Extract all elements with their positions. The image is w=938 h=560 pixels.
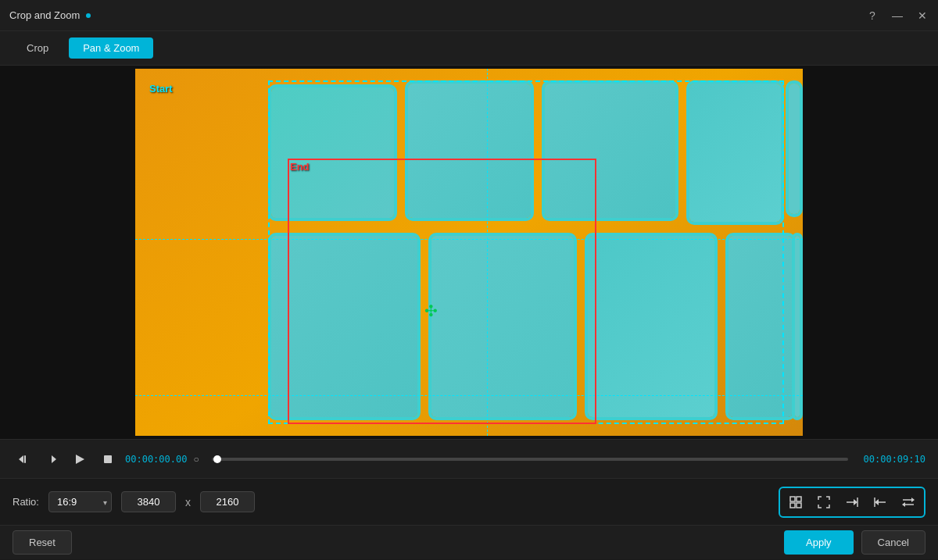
width-input[interactable]: 3840: [121, 491, 176, 512]
help-button[interactable]: ?: [866, 9, 879, 22]
settings-bar: Ratio: 16:9 4:3 1:1 9:16 Custom 3840 x 2…: [0, 478, 938, 525]
svg-marker-0: [19, 455, 23, 463]
food-box-8b: [792, 233, 803, 420]
food-box-2: [405, 80, 534, 221]
food-box-1: [268, 84, 397, 221]
close-button[interactable]: ✕: [916, 9, 929, 22]
align-left-button[interactable]: [869, 491, 891, 513]
swap-button[interactable]: [897, 491, 919, 513]
ratio-label: Ratio:: [13, 496, 39, 508]
tab-crop[interactable]: Crop: [13, 37, 63, 59]
footer-bar: Reset Apply Cancel: [0, 525, 938, 559]
timeline-track[interactable]: [212, 458, 848, 461]
ratio-select-wrapper: 16:9 4:3 1:1 9:16 Custom: [48, 491, 112, 512]
step-forward-button[interactable]: [41, 448, 63, 470]
svg-rect-6: [797, 497, 801, 501]
svg-rect-4: [104, 455, 112, 463]
food-box-5: [268, 233, 421, 420]
apply-button[interactable]: Apply: [784, 530, 854, 555]
food-box-6: [428, 233, 577, 420]
reset-button[interactable]: Reset: [13, 530, 72, 555]
time-separator: ○: [193, 454, 199, 465]
swap-icon: [901, 495, 915, 509]
svg-rect-7: [790, 503, 795, 508]
window-controls: ? — ✕: [866, 9, 929, 22]
food-box-4b: [786, 80, 803, 217]
svg-marker-2: [52, 455, 56, 463]
end-label: End: [290, 161, 310, 173]
start-label: Start: [149, 83, 173, 95]
align-right-icon: [845, 495, 859, 509]
food-box-3: [542, 80, 678, 221]
stop-button[interactable]: [97, 448, 119, 470]
dimension-separator: x: [185, 496, 191, 508]
align-left-icon: [873, 495, 887, 509]
title-accent-dot: [86, 13, 91, 18]
rewind-button[interactable]: [13, 448, 34, 470]
expand-icon: [817, 495, 831, 509]
cancel-button[interactable]: Cancel: [861, 530, 925, 555]
play-icon: [74, 454, 85, 465]
controls-bar: 00:00:00.00 ○ 00:00:09:10: [0, 439, 938, 478]
time-total: 00:00:09:10: [864, 454, 925, 465]
rewind-icon: [18, 454, 29, 465]
food-box-8: [725, 233, 796, 420]
food-box-7: [585, 233, 718, 420]
time-current: 00:00:00.00: [125, 454, 187, 465]
window-title: Crop and Zoom: [9, 9, 80, 21]
fit-icon: [789, 495, 803, 509]
ratio-select[interactable]: 16:9 4:3 1:1 9:16 Custom: [48, 491, 112, 512]
svg-rect-1: [24, 455, 26, 463]
food-box-4: [686, 80, 784, 225]
expand-button[interactable]: [813, 491, 835, 513]
title-bar: Crop and Zoom ? — ✕: [0, 0, 938, 31]
move-cursor-icon: ✣: [424, 301, 438, 320]
fit-button[interactable]: [785, 491, 807, 513]
svg-rect-5: [790, 497, 795, 501]
tab-pan-zoom[interactable]: Pan & Zoom: [69, 37, 153, 59]
stop-icon: [102, 454, 113, 465]
height-input[interactable]: 2160: [200, 491, 255, 512]
minimize-button[interactable]: —: [891, 9, 904, 22]
align-right-button[interactable]: [841, 491, 863, 513]
canvas-area: Start End ✣: [0, 66, 938, 439]
title-area: Crop and Zoom: [9, 9, 91, 21]
footer-actions: Apply Cancel: [784, 530, 925, 555]
svg-marker-16: [911, 498, 915, 502]
svg-marker-3: [76, 455, 84, 464]
timeline-thumb[interactable]: [213, 455, 221, 463]
video-preview: Start End ✣: [135, 69, 803, 436]
step-forward-icon: [46, 454, 57, 465]
tab-bar: Crop Pan & Zoom: [0, 31, 938, 66]
play-button[interactable]: [69, 448, 91, 470]
icon-button-group: [779, 487, 925, 518]
svg-rect-8: [797, 503, 801, 508]
svg-marker-18: [902, 502, 905, 507]
